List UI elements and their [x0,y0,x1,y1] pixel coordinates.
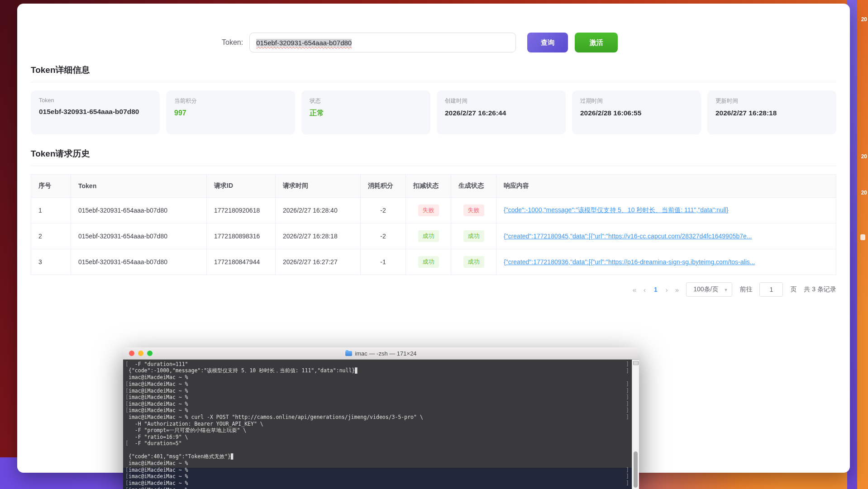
token-detail-cards: Token 015ebf-320931-654aaa-b07d80 当前积分 9… [31,90,836,134]
terminal-line: -H "Authorization: Bearer YOUR_API_KEY" … [125,420,629,427]
background-text-fragment: 20 [861,153,867,160]
terminal-title-text: imac — -zsh — 171×24 [355,350,416,357]
header-deduct-status: 扣减状态 [406,175,451,198]
cell-token: 015ebf-320931-654aaa-b07d80 [71,223,207,249]
terminal-line: [imac@iMacdeiMac ~ % [125,486,629,489]
prev-page-button[interactable]: ‹ [644,286,646,294]
query-bar: Token: 015ebf-320931-654aaa-b07d80 查询 激活 [17,33,850,52]
history-section-title: Token请求历史 [31,148,836,166]
terminal-body[interactable]: [ -F "duration=111"] {"code":-1000,"mess… [123,360,639,489]
card-label: 过期时间 [580,97,693,105]
header-request-id: 请求ID [207,175,276,198]
activate-button[interactable]: 激活 [575,33,618,52]
background-fragment [860,234,865,240]
card-token: Token 015ebf-320931-654aaa-b07d80 [31,90,160,134]
terminal-line: -F "ratio=16:9" \ [125,434,629,441]
terminal-window: imac — -zsh — 171×24 [ -F "duration=111"… [123,347,639,489]
goto-label: 前往 [739,285,752,294]
terminal-line: {"code":-1000,"message":"该模型仅支持 5、10 秒时长… [125,368,629,375]
total-records-label: 共 3 条记录 [804,285,836,294]
terminal-line [125,447,629,454]
card-label: 状态 [310,97,422,105]
card-label: 创建时间 [445,97,558,105]
terminal-title: imac — -zsh — 171×24 [123,350,639,357]
card-created-time: 创建时间 2026/2/27 16:26:44 [437,90,566,134]
header-response: 响应内容 [496,175,836,198]
card-points: 当前积分 997 [166,90,295,134]
terminal-line: [imac@iMacdeiMac ~ %] [125,407,629,414]
terminal-titlebar[interactable]: imac — -zsh — 171×24 [123,347,639,360]
table-row: 2 015ebf-320931-654aaa-b07d80 1772180898… [31,223,836,249]
terminal-line: [ -F "duration=111"] [125,361,629,368]
response-link[interactable]: {"created":1772180936,"data":[{"url":"ht… [504,258,829,266]
table-row: 1 015ebf-320931-654aaa-b07d80 1772180920… [31,198,836,223]
cell-points: -2 [361,223,406,249]
terminal-scrollbar[interactable] [632,360,639,489]
card-status: 状态 正常 [301,90,430,134]
cell-request-id: 1772180847944 [207,249,276,275]
card-value: 正常 [310,109,422,118]
terminal-line: -F "prompt=一只可爱的小猫在草地上玩耍" \ [125,427,629,434]
query-button[interactable]: 查询 [527,33,568,52]
cell-request-time: 2026/2/27 16:27:27 [276,249,361,275]
response-link[interactable]: {"code":-1000,"message":"该模型仅支持 5、10 秒时长… [504,206,829,214]
page-number-current[interactable]: 1 [653,286,658,293]
terminal-line: imac@iMacdeiMac ~ % curl -X POST "http:/… [125,414,629,421]
last-page-button[interactable]: » [675,286,679,294]
card-expire-time: 过期时间 2026/2/28 16:06:55 [572,90,701,134]
token-input-label: Token: [222,38,243,47]
card-value: 2026/2/27 16:26:44 [445,109,558,118]
terminal-output[interactable]: [ -F "duration=111"] {"code":-1000,"mess… [123,360,639,489]
cell-request-time: 2026/2/27 16:28:40 [276,198,361,223]
split-pane-icon[interactable] [633,361,639,365]
card-value: 2026/2/27 16:28:18 [715,109,828,118]
header-token: Token [71,175,207,198]
token-input[interactable]: 015ebf-320931-654aaa-b07d80 [249,33,516,52]
response-link[interactable]: {"created":1772180945,"data":[{"url":"ht… [504,233,829,240]
cell-points: -2 [361,198,406,223]
terminal-line: [imac@iMacdeiMac ~ %] [125,381,629,388]
background-text-fragment: 20 [861,190,867,196]
terminal-line: [ -F "duration=5" [125,440,629,447]
header-points: 消耗积分 [361,175,406,198]
card-value: 015ebf-320931-654aaa-b07d80 [39,107,152,116]
page-size-value: 100条/页 [693,285,718,294]
status-badge: 失败 [418,204,439,216]
header-index: 序号 [31,175,71,198]
token-input-value: 015ebf-320931-654aaa-b07d80 [256,39,352,47]
cell-token: 015ebf-320931-654aaa-b07d80 [71,198,207,223]
chevron-down-icon: ▼ [724,288,728,292]
goto-page-input[interactable]: 1 [759,282,783,297]
cell-index: 1 [31,198,71,223]
card-label: Token [39,97,152,104]
header-gen-status: 生成状态 [451,175,496,198]
pagination: « ‹ 1 › » 100条/页 ▼ 前往 1 页 共 3 条记录 [31,282,836,297]
card-label: 当前积分 [174,97,287,105]
status-badge: 失败 [463,204,484,216]
cell-token: 015ebf-320931-654aaa-b07d80 [71,249,207,275]
terminal-line: [imac@iMacdeiMac ~ %] [125,480,629,487]
scrollbar-thumb[interactable] [634,451,638,488]
terminal-line: [imac@iMacdeiMac ~ %] [125,387,629,394]
status-badge: 成功 [463,230,484,242]
page-size-select[interactable]: 100条/页 ▼ [686,282,732,297]
terminal-line: imac@iMacdeiMac ~ % [125,374,629,381]
terminal-line: [imac@iMacdeiMac ~ %] [125,473,629,480]
folder-icon [345,351,352,356]
next-page-button[interactable]: › [666,286,668,294]
card-value: 2026/2/28 16:06:55 [580,109,693,118]
background-text-fragment: 20 [861,16,867,23]
cell-index: 2 [31,223,71,249]
first-page-button[interactable]: « [633,286,636,294]
page-unit-label: 页 [790,285,796,294]
status-badge: 成功 [418,230,439,242]
cell-request-time: 2026/2/27 16:28:18 [276,223,361,249]
detail-section-title: Token详细信息 [31,64,836,82]
terminal-line: [imac@iMacdeiMac ~ %] [125,467,629,474]
card-label: 更新时间 [715,97,828,105]
table-header-row: 序号 Token 请求ID 请求时间 消耗积分 扣减状态 生成状态 响应内容 [31,175,836,198]
cell-points: -1 [361,249,406,275]
terminal-line: [imac@iMacdeiMac ~ %] [125,394,629,401]
status-badge: 成功 [418,256,439,268]
cell-request-id: 1772180898316 [207,223,276,249]
